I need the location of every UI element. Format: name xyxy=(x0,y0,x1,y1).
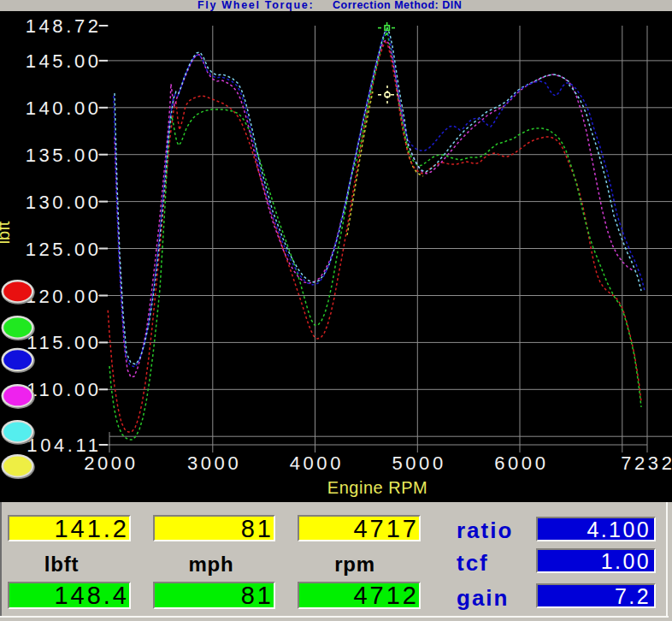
svg-text:125.00: 125.00 xyxy=(26,239,102,260)
svg-text:6000: 6000 xyxy=(494,452,548,474)
svg-text:2000: 2000 xyxy=(84,452,138,474)
svg-text:145.00: 145.00 xyxy=(26,50,102,72)
svg-text:140.00: 140.00 xyxy=(26,98,102,119)
svg-text:3000: 3000 xyxy=(187,452,241,474)
svg-text:130.00: 130.00 xyxy=(26,192,102,213)
svg-text:Engine RPM: Engine RPM xyxy=(327,478,427,497)
svg-text:110.00: 110.00 xyxy=(27,379,101,400)
svg-text:5000: 5000 xyxy=(392,452,445,474)
svg-text:4000: 4000 xyxy=(290,452,344,474)
svg-text:lbft: lbft xyxy=(0,221,13,244)
svg-text:7232: 7232 xyxy=(621,452,672,474)
svg-text:120.00: 120.00 xyxy=(26,286,102,307)
svg-text:135.00: 135.00 xyxy=(26,145,102,166)
svg-text:148.72: 148.72 xyxy=(26,15,102,37)
svg-text:115.00: 115.00 xyxy=(27,332,101,353)
